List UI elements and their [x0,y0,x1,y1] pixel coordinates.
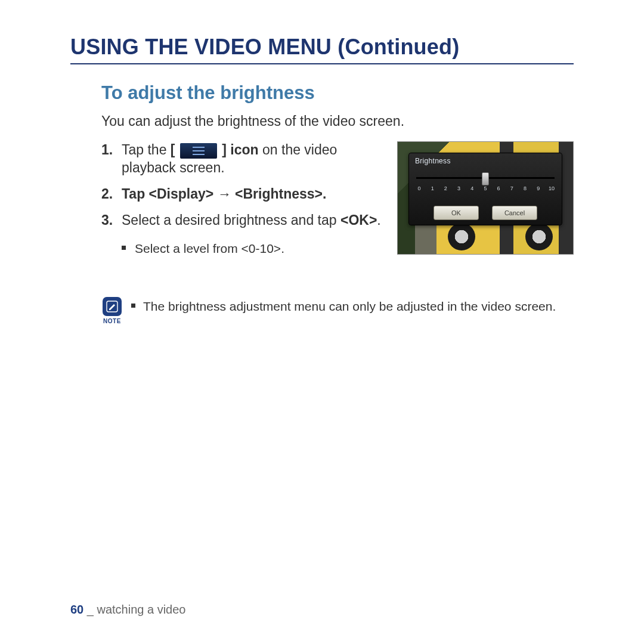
tick-label: 10 [549,185,555,191]
footer-section: watching a video [97,603,186,616]
slider-ticks: 0 1 2 3 4 5 6 7 8 9 10 [416,185,555,191]
tick-label: 5 [482,185,488,191]
step-2-number: 2. [101,185,113,203]
slider-thumb [482,172,489,185]
cancel-button: Cancel [492,206,537,220]
step-1-bracket-open: [ [171,142,175,157]
step-1-icon-word: ] icon [222,142,258,157]
brightness-slider [416,172,555,184]
ok-button: OK [434,206,479,220]
tick-label: 1 [429,185,435,191]
tick-label: 2 [442,185,448,191]
step-3-ok: <OK> [340,212,377,228]
step-2-text: Tap <Display> → <Brightness>. [122,186,326,202]
car-wheel-decor [525,223,553,250]
page-number: 60 [70,603,83,616]
tick-label: 7 [509,185,515,191]
page-footer: 60 _ watching a video [70,603,185,617]
step-1-text-a: Tap the [122,142,171,157]
step-2: 2. Tap <Display> → <Brightness>. [101,185,386,203]
car-wheel-decor [448,223,475,250]
tick-label: 0 [416,185,422,191]
tick-label: 3 [456,185,462,191]
step-3-text-c: . [377,212,380,228]
step-3-subitem: Select a level from <0-10>. [122,240,386,256]
pencil-note-icon [106,301,118,312]
tick-label: 4 [469,185,475,191]
step-1: 1. Tap the [ ] icon on the video playbac… [101,141,386,177]
step-3-text-a: Select a desired brightness and tap [122,212,340,228]
section-subheading: To adjust the brightness [101,82,574,104]
step-3-number: 3. [101,212,113,230]
screenshot-background: Brightness 0 1 2 3 4 5 6 7 8 [398,142,573,254]
page-heading: USING THE VIDEO MENU (Continued) [70,35,574,60]
brightness-panel-title: Brightness [409,153,562,165]
tick-label: 9 [535,185,541,191]
note-icon [103,297,122,316]
heading-rule [70,63,574,64]
note-label: NOTE [101,318,123,324]
footer-sep: _ [83,603,97,616]
section-intro: You can adjust the brightness of the vid… [101,113,574,129]
note-text: The brightness adjustment menu can only … [131,298,556,314]
brightness-panel: Brightness 0 1 2 3 4 5 6 7 8 [408,153,562,225]
step-1-number: 1. [101,141,113,159]
tick-label: 8 [522,185,528,191]
step-3: 3. Select a desired brightness and tap <… [101,212,386,256]
menu-icon [180,143,217,159]
tick-label: 6 [496,185,501,191]
brightness-screenshot: Brightness 0 1 2 3 4 5 6 7 8 [397,141,574,255]
